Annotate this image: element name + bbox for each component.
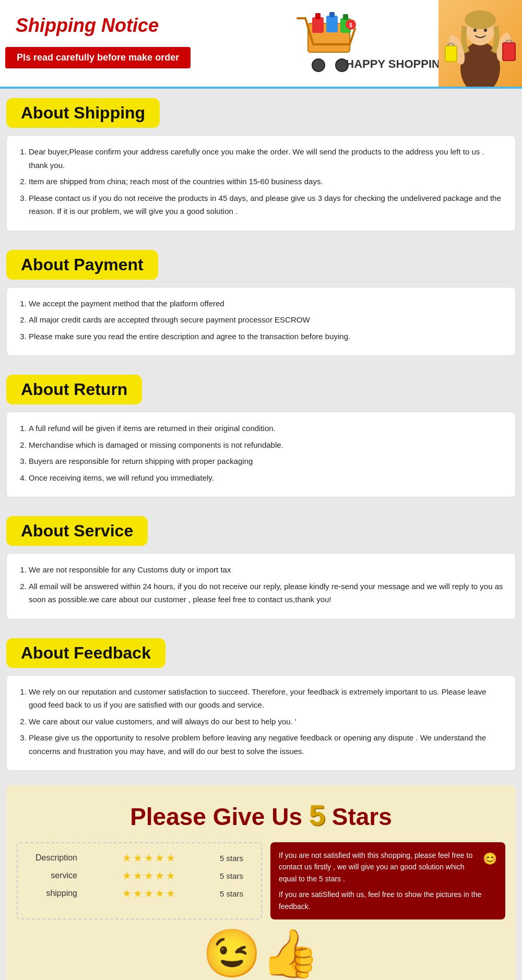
star-1: ★ — [122, 869, 132, 882]
section-title-shipping: About Shipping — [21, 103, 145, 122]
star-5: ★ — [166, 869, 175, 882]
content-list-payment: We accept the payment method that the pl… — [18, 297, 504, 343]
svg-rect-17 — [503, 43, 515, 61]
content-box-feedback: We rely on our reputation and customer s… — [6, 675, 516, 771]
section-title-box-feedback: About Feedback — [6, 638, 165, 668]
star-4: ★ — [155, 887, 164, 900]
happy-shopping-text: HAPPY SHOPPING — [346, 57, 449, 71]
stars-title-prefix: Please Give Us — [130, 803, 309, 830]
list-item: We rely on our reputation and customer s… — [29, 685, 504, 712]
stars-count-service: 5 stars — [220, 871, 248, 880]
section-title-feedback: About Feedback — [21, 643, 151, 662]
section-return: About ReturnA full refund will be given … — [0, 365, 522, 507]
list-item: All email will be answered within 24 hou… — [29, 580, 504, 606]
smiley-icon: 😊 — [483, 850, 497, 868]
star-1: ★ — [122, 887, 132, 900]
list-item: Please make sure you read the entire des… — [29, 330, 504, 343]
svg-rect-6 — [329, 12, 335, 17]
star-1: ★ — [122, 852, 132, 864]
list-item: Once receiving items, we will refund you… — [29, 471, 504, 485]
stars-label-shipping: shipping — [30, 889, 77, 898]
stars-label-description: Description — [30, 853, 77, 863]
stars-title-suffix: Stars — [325, 803, 392, 830]
list-item: Merchandise which is damaged or missing … — [29, 438, 504, 452]
star-2: ★ — [133, 869, 143, 882]
star-4: ★ — [155, 869, 164, 882]
stars-icons-shipping: ★ ★ ★ ★ ★ — [122, 887, 175, 900]
content-list-return: A full refund will be given if items are… — [18, 422, 504, 484]
star-5: ★ — [166, 887, 175, 900]
svg-text:$: $ — [349, 22, 352, 28]
section-shipping: About ShippingDear buyer,Please confirm … — [0, 89, 522, 241]
stars-row-service: service ★ ★ ★ ★ ★ 5 stars — [30, 869, 248, 882]
svg-point-15 — [465, 10, 496, 29]
svg-rect-8 — [343, 14, 348, 20]
thank-you-area: 😉👍 Thank you! — [17, 930, 505, 980]
stars-section: Please Give Us 5 Stars Description ★ ★ ★… — [6, 785, 516, 980]
stars-row-description: Description ★ ★ ★ ★ ★ 5 stars — [30, 852, 248, 864]
stars-note-1: 😊 If you are not satisfied with this sho… — [279, 850, 497, 885]
stars-content: Description ★ ★ ★ ★ ★ 5 stars service ★ … — [17, 842, 505, 919]
list-item: We care about our value customers, and w… — [29, 715, 504, 728]
svg-point-19 — [484, 29, 487, 32]
stars-icons-service: ★ ★ ★ ★ ★ — [122, 869, 175, 882]
content-box-return: A full refund will be given if items are… — [6, 412, 516, 497]
page-header: Shipping Notice Pls read carefully befor… — [0, 0, 522, 89]
content-box-shipping: Dear buyer,Please confirm your address c… — [6, 135, 516, 231]
content-list-service: We are not responsible for any Customs d… — [18, 563, 504, 606]
star-3: ★ — [144, 852, 153, 864]
cart-illustration: $ — [287, 0, 371, 83]
list-item: Dear buyer,Please confirm your address c… — [29, 145, 504, 172]
thank-you-emoji: 😉👍 — [17, 930, 505, 977]
stars-row-shipping: shipping ★ ★ ★ ★ ★ 5 stars — [30, 887, 248, 900]
section-title-service: About Service — [21, 521, 133, 540]
list-item: Buyers are responsible for return shippi… — [29, 455, 504, 468]
star-4: ★ — [155, 852, 164, 864]
list-item: All major credit cards are accepted thro… — [29, 313, 504, 327]
stars-count-shipping: 5 stars — [220, 889, 248, 898]
svg-rect-5 — [326, 16, 338, 32]
header-subtitle: Pls read carefully before make order — [5, 47, 191, 68]
star-3: ★ — [144, 869, 153, 882]
stars-title-five: 5 — [309, 798, 325, 831]
stars-note: 😊 If you are not satisfied with this sho… — [270, 842, 505, 919]
section-feedback: About FeedbackWe rely on our reputation … — [0, 629, 522, 781]
content-list-shipping: Dear buyer,Please confirm your address c… — [18, 145, 504, 218]
star-5: ★ — [166, 852, 175, 864]
stars-count-description: 5 stars — [220, 854, 248, 863]
list-item: Item are shipped from china; reach most … — [29, 175, 504, 188]
section-title-box-shipping: About Shipping — [6, 98, 160, 128]
section-title-box-payment: About Payment — [6, 250, 158, 280]
star-3: ★ — [144, 887, 153, 900]
stars-title: Please Give Us 5 Stars — [17, 798, 505, 832]
content-box-service: We are not responsible for any Customs d… — [6, 553, 516, 619]
list-item: A full refund will be given if items are… — [29, 422, 504, 435]
page-title: Shipping Notice — [16, 15, 159, 37]
list-item: Please give us the opportunity to resolv… — [29, 731, 504, 758]
sections-container: About ShippingDear buyer,Please confirm … — [0, 89, 522, 780]
svg-rect-4 — [315, 13, 321, 19]
stars-table: Description ★ ★ ★ ★ ★ 5 stars service ★ … — [17, 842, 262, 919]
svg-point-1 — [312, 59, 325, 71]
section-payment: About PaymentWe accept the payment metho… — [0, 241, 522, 366]
svg-rect-16 — [445, 46, 457, 62]
star-2: ★ — [133, 852, 143, 864]
section-service: About ServiceWe are not responsible for … — [0, 507, 522, 629]
section-title-box-return: About Return — [6, 375, 142, 404]
section-title-return: About Return — [21, 380, 127, 399]
list-item: We are not responsible for any Customs d… — [29, 563, 504, 577]
stars-icons-description: ★ ★ ★ ★ ★ — [122, 852, 175, 864]
section-title-box-service: About Service — [6, 516, 148, 546]
section-title-payment: About Payment — [21, 255, 144, 274]
svg-rect-3 — [312, 17, 324, 33]
stars-note-2: If you are satiSfied with us, feel free … — [279, 889, 497, 912]
person-illustration — [438, 0, 522, 89]
stars-note-1-text: If you are not satisfied with this shopp… — [279, 851, 472, 883]
list-item: Please contact us if you do not receive … — [29, 192, 504, 218]
content-list-feedback: We rely on our reputation and customer s… — [18, 685, 504, 758]
star-2: ★ — [133, 887, 143, 900]
svg-point-18 — [473, 29, 477, 32]
list-item: We accept the payment method that the pl… — [29, 297, 504, 310]
stars-label-service: service — [30, 871, 77, 880]
content-box-payment: We accept the payment method that the pl… — [6, 287, 516, 356]
